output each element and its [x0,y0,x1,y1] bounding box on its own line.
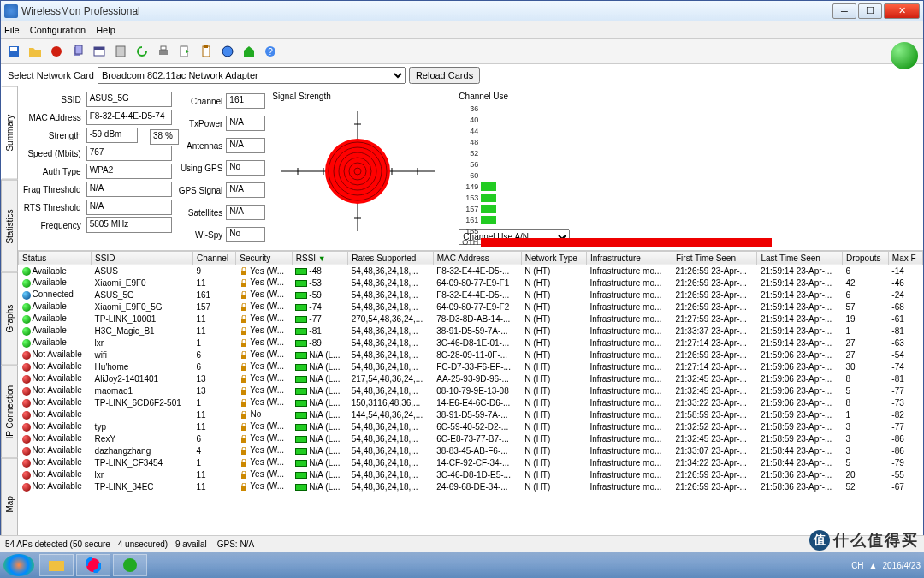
ap-grid[interactable]: StatusSSIDChannelSecurityRSSI ▼Rates Sup… [18,251,923,552]
channel-bar [481,194,496,202]
rssi-bar-icon [295,328,307,335]
main-window: WirelessMon Professional ─ ☐ ✕ File Conf… [0,0,924,552]
help-icon[interactable]: ? [261,42,280,61]
menu-help[interactable]: Help [96,25,116,35]
taskbar-wirelessmon[interactable] [113,554,147,576]
taskbar-app-1[interactable] [76,554,110,576]
channel-label: Channel [179,97,223,106]
table-row[interactable]: Not Availabletyp11 Yes (W...N/A (L...54,… [19,420,923,432]
lock-icon [240,291,248,300]
table-row[interactable]: Not Availabledazhangzhang4 Yes (W...N/A … [19,444,923,456]
menu-file[interactable]: File [4,25,20,35]
tab-graphs[interactable]: Graphs [1,272,18,366]
table-row[interactable]: AvailableASUS9 Yes (W...-4854,48,36,24,1… [19,265,923,277]
gpssig-value: N/A [226,182,265,198]
titlebar[interactable]: WirelessMon Professional ─ ☐ ✕ [1,1,923,21]
svg-rect-4 [75,45,82,54]
print-icon[interactable] [154,42,173,61]
window-icon[interactable] [90,42,109,61]
tab-summary[interactable]: Summary [1,86,18,180]
table-row[interactable]: Not AvailableTP-LINK_6CD6F2-5011 Yes (W.… [19,396,923,408]
svg-rect-39 [241,343,246,347]
table-row[interactable]: AvailableTP-LINK_1000111 Yes (W...-77270… [19,313,923,325]
column-header[interactable]: Last Time Seen [757,251,842,265]
table-row[interactable]: AvailableXiaomi_E9F0_5G157 Yes (W...-745… [19,301,923,313]
taskbar[interactable]: CH ▲ 2016/4/23 [0,552,924,578]
menu-configuration[interactable]: Configuration [30,25,86,35]
copy-icon[interactable] [68,42,87,61]
svg-rect-33 [241,271,246,275]
export-icon[interactable] [175,42,194,61]
lock-icon [240,447,248,456]
svg-rect-42 [241,378,246,383]
table-row[interactable]: Not Availablewifi6 Yes (W...N/A (L...54,… [19,349,923,361]
table-row[interactable]: AvailableXiaomi_E9F011 Yes (W...-5354,48… [19,277,923,289]
status-dot-icon [22,303,31,312]
table-row[interactable]: ConnectedASUS_5G161 Yes (W...-5954,48,36… [19,289,923,301]
record-icon[interactable] [47,42,66,61]
table-row[interactable]: Not AvailableTP-LINK_34EC11 Yes (W...N/A… [19,480,923,492]
close-button[interactable]: ✕ [884,3,920,19]
mac-value: F8-32-E4-4E-D5-74 [86,110,172,125]
folder-icon[interactable] [26,42,44,61]
minimize-button[interactable]: ─ [832,3,856,19]
table-row[interactable]: Not AvailableTP-LINK_CF34541 Yes (W...N/… [19,456,923,468]
settings-icon[interactable] [111,42,130,61]
start-button[interactable] [3,554,34,576]
network-card-select[interactable]: Broadcom 802.11ac Network Adapter [98,67,406,84]
taskbar-explorer[interactable] [39,554,74,576]
tab-ip-connection[interactable]: IP Connection [1,366,18,459]
channel-use-header: Channel Use [459,92,918,101]
frag-value: N/A [86,182,172,197]
window-title: WirelessMon Professional [21,5,832,17]
channel-use-chart: 36404448525660149153157161165OTH [459,103,918,223]
tab-statistics[interactable]: Statistics [1,180,18,273]
status-dot-icon [22,435,31,444]
table-row[interactable]: Not Availablemaomao113 Yes (W...N/A (L..… [19,384,923,396]
signal-strength-panel: Signal Strength [272,92,452,245]
table-row[interactable]: Not AvailableHu'home6 Yes (W...N/A (L...… [19,361,923,372]
rssi-bar-icon [295,388,307,395]
select-card-label: Select Network Card [8,70,94,80]
home-icon[interactable] [240,42,258,61]
ime-indicator[interactable]: CH [851,561,863,570]
rssi-bar-icon [295,412,307,419]
column-header[interactable]: SSID [92,251,193,265]
refresh-icon[interactable] [133,42,151,61]
column-header[interactable]: Status [19,251,92,265]
clock-date[interactable]: 2016/4/23 [883,561,921,570]
table-row[interactable]: Not AvailableRexY6 Yes (W...N/A (L...54,… [19,432,923,444]
column-header[interactable]: Network Type [521,251,586,265]
column-header[interactable]: RSSI ▼ [292,251,347,265]
channel-label: OTH [459,238,481,247]
table-row[interactable]: Availablelxr1 Yes (W...-8954,48,36,24,18… [19,337,923,349]
rssi-bar-icon [295,364,307,371]
system-tray[interactable]: CH ▲ 2016/4/23 [851,561,921,570]
column-header[interactable]: Rates Supported [348,251,433,265]
clipboard-icon[interactable] [197,42,216,61]
save-icon[interactable] [4,42,23,61]
column-header[interactable]: Dropouts [842,251,888,265]
reload-cards-button[interactable]: Reload Cards [409,67,480,84]
table-row[interactable]: Not AvailableAliJoy2-140140113 Yes (W...… [19,372,923,384]
channel-bar [481,216,496,224]
table-row[interactable]: Not Availablelxr11 Yes (W...N/A (L...54,… [19,468,923,480]
status-dot-icon [22,387,31,396]
table-row[interactable]: AvailableH3C_Magic_B111 Yes (W...-8154,4… [19,325,923,337]
maximize-button[interactable]: ☐ [858,3,882,19]
column-header[interactable]: Max F [888,251,922,265]
watermark-icon: 值 [809,530,830,551]
rts-label: RTS Threshold [23,203,83,212]
table-row[interactable]: Not Available11 NoN/A (L...144,54,48,36,… [19,408,923,420]
column-header[interactable]: First Time Seen [672,251,756,265]
globe-icon[interactable] [218,42,237,61]
column-header[interactable]: Channel [192,251,235,265]
rssi-bar-icon [295,352,307,359]
channel-use-panel: Channel Use 3640444852566014915315716116… [459,92,918,245]
mac-label: MAC Address [23,113,83,122]
column-header[interactable]: Security [236,251,293,265]
column-header[interactable]: Infrastructure [586,251,672,265]
column-header[interactable]: MAC Address [433,251,521,265]
channel-label: 40 [459,116,481,124]
tray-icon[interactable]: ▲ [869,561,878,570]
